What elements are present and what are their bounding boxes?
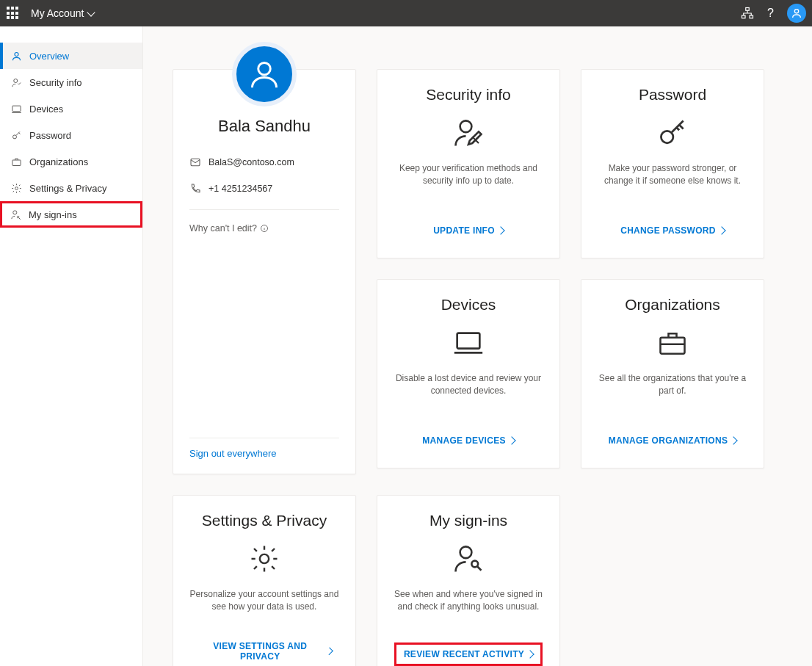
- update-info-button[interactable]: UPDATE INFO: [426, 221, 511, 240]
- key-icon: [10, 129, 22, 141]
- svg-point-21: [471, 561, 478, 568]
- svg-point-9: [15, 187, 18, 189]
- profile-email: BalaS@contoso.com: [209, 157, 294, 167]
- card-description: Personalize your account settings and se…: [189, 588, 339, 637]
- profile-phone-row: +1 4251234567: [189, 183, 339, 195]
- svg-rect-2: [750, 15, 753, 18]
- security-info-icon: [453, 115, 484, 151]
- chevron-right-icon: [496, 226, 504, 234]
- main-content: Bala Sandhu BalaS@contoso.com +1 4251234…: [143, 26, 812, 666]
- sign-out-everywhere-link[interactable]: Sign out everywhere: [189, 448, 277, 459]
- card-title: Settings & Privacy: [202, 512, 327, 529]
- signins-icon: [453, 541, 484, 576]
- svg-point-19: [260, 554, 269, 563]
- why-cant-edit-link[interactable]: Why can't I edit?: [189, 223, 339, 234]
- security-info-card: Security info Keep your verification met…: [377, 69, 560, 258]
- svg-rect-1: [742, 15, 746, 18]
- profile-email-row: BalaS@contoso.com: [189, 156, 339, 168]
- svg-point-11: [17, 216, 19, 218]
- mail-icon: [189, 156, 201, 168]
- svg-point-12: [258, 62, 271, 75]
- briefcase-icon: [10, 156, 22, 167]
- chevron-right-icon: [717, 226, 725, 234]
- sidebar-item-devices[interactable]: Devices: [0, 95, 142, 122]
- briefcase-icon: [656, 325, 689, 361]
- sidebar-item-security-info[interactable]: Security info: [0, 69, 142, 95]
- organizations-card: Organizations See all the organizations …: [581, 279, 764, 468]
- card-description: See when and where you've signed in and …: [394, 588, 543, 643]
- card-title: Security info: [426, 86, 511, 104]
- review-recent-activity-button[interactable]: REVIEW RECENT ACTIVITY: [394, 643, 543, 666]
- chevron-right-icon: [730, 436, 738, 444]
- account-avatar-button[interactable]: [787, 4, 806, 23]
- card-description: Keep your verification methods and secur…: [394, 162, 543, 221]
- svg-point-3: [794, 10, 798, 13]
- security-info-icon: [10, 76, 22, 88]
- settings-privacy-card: Settings & Privacy Personalize your acco…: [173, 495, 356, 666]
- svg-rect-6: [12, 106, 20, 112]
- gear-icon: [10, 182, 22, 194]
- org-tree-icon[interactable]: [741, 7, 754, 20]
- sidebar-item-label: Devices: [29, 104, 63, 115]
- devices-card: Devices Disable a lost device and review…: [377, 279, 560, 468]
- card-title: My sign-ins: [429, 512, 507, 529]
- app-title: My Account: [31, 7, 84, 19]
- profile-card: Bala Sandhu BalaS@contoso.com +1 4251234…: [173, 69, 356, 474]
- svg-point-15: [460, 120, 472, 132]
- card-description: See all the organizations that you're a …: [598, 372, 747, 431]
- sidebar: Overview Security info Devices Password …: [0, 26, 143, 666]
- person-icon: [10, 50, 22, 62]
- key-icon: [656, 115, 689, 151]
- svg-rect-8: [12, 160, 20, 166]
- svg-point-5: [13, 79, 17, 82]
- info-icon: [260, 224, 269, 233]
- sidebar-item-overview[interactable]: Overview: [0, 43, 142, 69]
- svg-point-7: [12, 134, 16, 138]
- divider: [189, 209, 339, 210]
- gear-icon: [249, 541, 280, 576]
- sidebar-item-settings-privacy[interactable]: Settings & Privacy: [0, 175, 142, 201]
- card-description: Disable a lost device and review your co…: [394, 372, 543, 431]
- change-password-button[interactable]: CHANGE PASSWORD: [613, 221, 732, 240]
- header: My Account ?: [0, 0, 812, 26]
- sidebar-item-label: Settings & Privacy: [29, 183, 107, 194]
- chevron-right-icon: [526, 650, 534, 658]
- manage-organizations-button[interactable]: MANAGE ORGANIZATIONS: [601, 431, 744, 450]
- my-signins-card: My sign-ins See when and where you've si…: [377, 495, 560, 666]
- card-description: Make your password stronger, or change i…: [598, 162, 747, 221]
- help-icon[interactable]: ?: [767, 7, 774, 20]
- profile-avatar: [232, 42, 297, 106]
- signins-icon: [10, 209, 21, 220]
- svg-rect-16: [457, 333, 480, 349]
- profile-phone: +1 4251234567: [209, 184, 272, 194]
- chevron-right-icon: [507, 436, 515, 444]
- chevron-down-icon: [87, 8, 95, 16]
- sidebar-item-label: Overview: [29, 51, 69, 62]
- sidebar-item-label: Password: [29, 130, 71, 141]
- card-title: Organizations: [625, 296, 720, 314]
- divider: [189, 438, 339, 438]
- svg-rect-0: [746, 8, 750, 11]
- sidebar-item-label: My sign-ins: [29, 209, 77, 220]
- sidebar-item-organizations[interactable]: Organizations: [0, 148, 142, 175]
- svg-rect-13: [191, 159, 200, 165]
- app-title-dropdown[interactable]: My Account: [31, 7, 94, 19]
- svg-rect-18: [661, 338, 685, 354]
- card-title: Password: [639, 86, 706, 104]
- password-card: Password Make your password stronger, or…: [581, 69, 764, 258]
- svg-point-4: [15, 52, 18, 56]
- laptop-icon: [452, 325, 485, 361]
- sidebar-item-label: Security info: [29, 77, 82, 88]
- svg-point-20: [460, 546, 472, 558]
- card-title: Devices: [441, 296, 496, 314]
- manage-devices-button[interactable]: MANAGE DEVICES: [415, 431, 522, 450]
- phone-icon: [189, 183, 201, 195]
- app-launcher-icon[interactable]: [6, 6, 21, 21]
- svg-point-17: [661, 131, 673, 143]
- sidebar-item-my-sign-ins[interactable]: My sign-ins: [0, 201, 142, 228]
- view-settings-privacy-button[interactable]: VIEW SETTINGS AND PRIVACY: [189, 637, 339, 666]
- sidebar-item-password[interactable]: Password: [0, 122, 142, 148]
- devices-icon: [10, 103, 22, 115]
- svg-point-10: [12, 210, 16, 214]
- sidebar-item-label: Organizations: [29, 156, 88, 167]
